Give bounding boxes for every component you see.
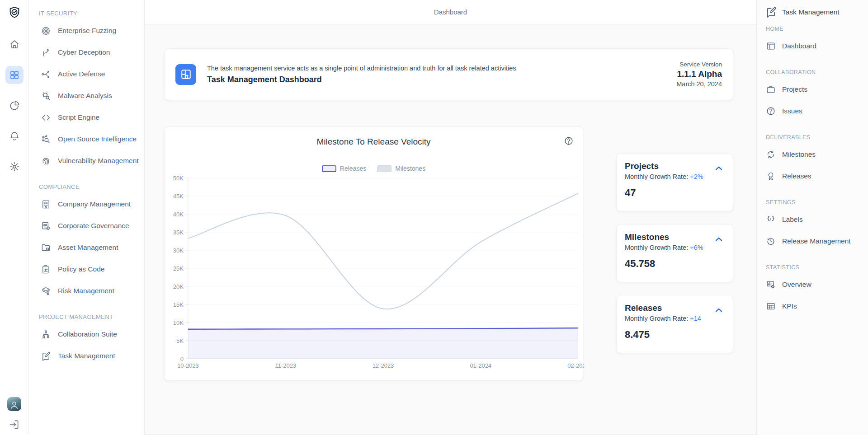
service-version-date: March 20, 2024: [676, 80, 722, 88]
sidebar-item-malware-analysis[interactable]: Malware Analysis: [29, 85, 144, 107]
svg-text:10K: 10K: [173, 319, 184, 326]
rightbar-item-label: Releases: [782, 172, 811, 180]
rightbar-section: SETTINGSLabelsRelease Management: [757, 196, 868, 252]
sidebar-item-label: Malware Analysis: [58, 92, 112, 100]
rightbar-item-milestones[interactable]: Milestones: [757, 144, 868, 165]
svg-text:45K: 45K: [173, 193, 184, 200]
person-icon: [9, 399, 20, 411]
main-header: Dashboard: [145, 0, 756, 24]
chart-card: Milestone To Release Velocity ReleasesMi…: [164, 126, 583, 381]
rightbar-item-kpis[interactable]: KPIs: [757, 295, 868, 317]
logout-icon[interactable]: [8, 419, 20, 430]
home-icon[interactable]: [5, 35, 24, 53]
sidebar-item-script-engine[interactable]: Script Engine: [29, 107, 144, 128]
rightbar-section-header: DELIVERABLES: [757, 131, 868, 144]
folder-box-icon: [41, 243, 51, 253]
rightbar-section-header: HOME: [757, 23, 868, 35]
banner-text: The task management service acts as a si…: [207, 65, 516, 84]
rightbar-section: STATISTICSOverviewKPIs: [757, 261, 868, 317]
rightbar-item-issues[interactable]: Issues: [757, 100, 868, 122]
chevron-up-icon[interactable]: [712, 164, 726, 173]
svg-text:15K: 15K: [173, 301, 184, 308]
edit-square-icon: [765, 6, 777, 18]
sidebar-item-task-management[interactable]: Task Management: [29, 345, 144, 367]
sidebar-item-label: Task Management: [58, 352, 115, 360]
bug-search-icon: [41, 91, 51, 101]
stat-growth-label: Monthly Growth Rate:: [625, 244, 688, 251]
sidebar-item-risk-management[interactable]: Risk Management: [29, 280, 144, 302]
stat-card-releases: ReleasesMonthly Growth Rate: +148.475: [616, 295, 733, 353]
stat-value: 45.758: [625, 258, 725, 270]
rightbar-item-projects[interactable]: Projects: [757, 79, 868, 100]
sidebar-item-cyber-deception[interactable]: Cyber Deception: [29, 42, 144, 63]
code-icon: [41, 112, 51, 123]
stat-growth-label: Monthly Growth Rate:: [625, 173, 688, 180]
sidebar-item-label: Risk Management: [58, 287, 114, 295]
left-sidebar: IT SECURITYEnterprise FuzzingCyber Decep…: [29, 0, 145, 435]
refresh-icon: [766, 150, 776, 159]
sidebar-item-vulnerability-management[interactable]: Vulnerability Management: [29, 150, 144, 172]
main-body: The task management service acts as a si…: [145, 24, 756, 435]
service-version-label: Service Version: [676, 61, 722, 68]
main-content: Dashboard The task management service ac…: [145, 0, 756, 435]
history-icon: [766, 236, 776, 246]
bell-icon[interactable]: [5, 127, 24, 145]
stat-value: 8.475: [625, 329, 725, 341]
edit-square-icon: [41, 351, 51, 361]
branch-icon: [41, 47, 51, 58]
svg-text:12-2023: 12-2023: [373, 362, 394, 369]
sidebar-item-label: Asset Management: [58, 243, 118, 252]
sidebar-item-asset-management[interactable]: Asset Management: [29, 237, 144, 258]
sidebar-item-label: Enterprise Fuzzing: [58, 27, 116, 35]
banner-description: The task management service acts as a si…: [207, 65, 516, 72]
sidebar-item-label: Corporate Governance: [58, 222, 129, 230]
rightbar-item-labels[interactable]: Labels: [757, 209, 868, 230]
chevron-up-icon[interactable]: [712, 305, 726, 315]
gear-icon[interactable]: [5, 158, 24, 176]
shield-check-logo-icon: [7, 5, 22, 20]
icon-rail: [0, 0, 29, 435]
sidebar-section-header: COMPLIANCE: [29, 180, 144, 193]
rightbar-item-dashboard[interactable]: Dashboard: [757, 35, 868, 57]
sidebar-item-corporate-governance[interactable]: Corporate Governance: [29, 215, 144, 237]
sidebar-item-collaboration-suite[interactable]: Collaboration Suite: [29, 323, 144, 345]
sidebar-item-policy-as-code[interactable]: Policy as Code: [29, 258, 144, 280]
svg-text:20K: 20K: [173, 283, 184, 290]
stat-title: Projects: [625, 161, 725, 171]
stat-growth-value: +2%: [690, 173, 703, 180]
sidebar-item-label: Policy as Code: [58, 265, 104, 273]
grid-icon[interactable]: [5, 66, 24, 84]
sidebar-item-open-source-intelligence[interactable]: Open Source Intelligence: [29, 128, 144, 150]
avatar[interactable]: [7, 397, 21, 411]
right-sidebar: Task Management HOMEDashboardCOLLABORATI…: [756, 0, 868, 435]
stat-growth: Monthly Growth Rate: +14: [625, 315, 725, 322]
rightbar-section-header: STATISTICS: [757, 261, 868, 274]
stat-card-projects: ProjectsMonthly Growth Rate: +2%47: [616, 153, 733, 211]
svg-text:02-2024: 02-2024: [567, 362, 584, 369]
svg-text:35K: 35K: [173, 229, 184, 236]
rightbar-item-overview[interactable]: Overview: [757, 274, 868, 295]
rightbar-item-label: Issues: [782, 107, 802, 115]
sidebar-item-active-defense[interactable]: Active Defense: [29, 63, 144, 85]
rightbar-item-releases[interactable]: Releases: [757, 165, 868, 187]
document-gear-icon: [41, 221, 51, 231]
stat-growth-value: +14: [690, 315, 701, 322]
sidebar-section-header: PROJECT MANAGEMENT: [29, 310, 144, 323]
rightbar-item-release-management[interactable]: Release Management: [757, 230, 868, 252]
banner-card: The task management service acts as a si…: [164, 48, 733, 100]
svg-text:25K: 25K: [173, 265, 184, 272]
chevron-up-icon[interactable]: [712, 234, 726, 244]
app-root: IT SECURITYEnterprise FuzzingCyber Decep…: [0, 0, 868, 435]
svg-text:01-2024: 01-2024: [470, 362, 491, 369]
layout-icon: [175, 64, 196, 85]
pie-chart-icon[interactable]: [5, 97, 24, 115]
sidebar-item-label: Active Defense: [58, 70, 105, 78]
braces-icon: [766, 215, 776, 225]
rightbar-section: DELIVERABLESMilestonesReleases: [757, 131, 868, 187]
sidebar-item-company-management[interactable]: Company Management: [29, 193, 144, 215]
svg-text:0: 0: [180, 355, 184, 362]
svg-text:50K: 50K: [173, 175, 184, 182]
sidebar-item-label: Vulnerability Management: [58, 157, 139, 165]
svg-text:10-2023: 10-2023: [177, 362, 199, 369]
sidebar-item-enterprise-fuzzing[interactable]: Enterprise Fuzzing: [29, 20, 144, 42]
